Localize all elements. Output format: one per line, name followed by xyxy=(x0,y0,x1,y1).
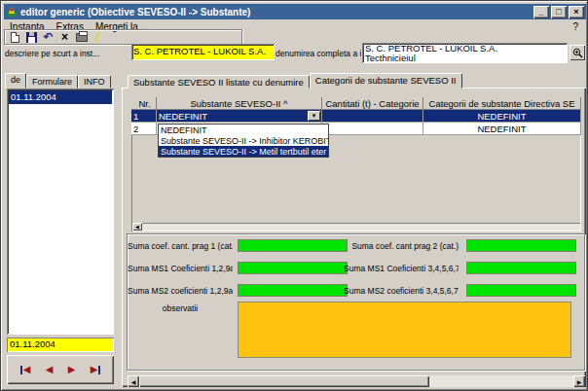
scroll-left-icon: ◀ xyxy=(131,378,136,385)
cell-cantitate[interactable] xyxy=(322,123,423,135)
suma-ms1-a-field[interactable] xyxy=(238,262,348,274)
first-arrow-icon: ◀ xyxy=(23,365,31,374)
tab-info[interactable]: INFO xyxy=(78,75,111,89)
suma-ms1-b-field[interactable] xyxy=(466,262,576,274)
substance-dropdown-list: NEDEFINIT Substante SEVESO-II -> Inhibit… xyxy=(158,124,329,158)
substances-table: Nr. Substante SEVESO-II ^ Cantitati (t) … xyxy=(131,97,581,231)
col-header-nr[interactable]: Nr. xyxy=(131,97,157,110)
col-header-substante[interactable]: Substante SEVESO-II ^ xyxy=(157,97,322,110)
printer-icon xyxy=(76,33,88,42)
full-name-line2: Tecthnicieiul xyxy=(365,53,565,63)
edit-button[interactable]: / xyxy=(91,31,105,44)
minimize-button-icon[interactable]: _ xyxy=(533,6,549,18)
magnifier-icon xyxy=(572,48,583,58)
title-bar[interactable]: editor generic (Obiective SEVESO-II -> S… xyxy=(4,4,586,19)
scroll-left-button[interactable]: ◀ xyxy=(132,223,142,231)
new-document-button[interactable] xyxy=(9,31,21,44)
window-title: editor generic (Obiective SEVESO-II -> S… xyxy=(20,7,532,18)
previous-record-button[interactable]: ◀ xyxy=(46,365,54,374)
tab-categorii-substante[interactable]: Categorii de substante SEVESO II xyxy=(310,73,462,89)
tab-formulare[interactable]: Formulare xyxy=(26,75,78,89)
menu-help[interactable]: ? xyxy=(565,21,586,32)
col-header-cantitati[interactable]: Cantitati (t) - Categorie xyxy=(322,97,423,110)
table-row[interactable]: 1 NEDEFINIT ▼ NEDEFINIT xyxy=(131,110,581,123)
edit-icon: / xyxy=(95,31,101,44)
date-field[interactable]: 01.11.2004 xyxy=(7,338,114,352)
maximize-button-icon[interactable]: □ xyxy=(551,6,567,18)
scrollbar-thumb[interactable] xyxy=(139,375,429,387)
first-record-button[interactable]: ◀ xyxy=(20,365,31,374)
suma-ms1-a-label: Suma MS1 Coeficienti 1,2,9a,9b xyxy=(128,264,233,273)
tab-substante-listate[interactable]: Substante SEVESO II listate cu denumire xyxy=(128,75,310,89)
scroll-left-icon: ◀ xyxy=(135,224,139,230)
record-navigation-panel: ◀ ◀ ▶ ▶ xyxy=(7,355,114,384)
undo-button[interactable]: ↶ xyxy=(42,31,55,44)
previous-arrow-icon: ◀ xyxy=(46,365,54,374)
right-tab-bar: Substante SEVESO II listate cu denumire … xyxy=(128,72,462,89)
observatii-textarea[interactable] xyxy=(238,302,571,358)
suma-ms2-a-field[interactable] xyxy=(238,284,348,297)
cell-nr[interactable]: 1 xyxy=(131,110,157,123)
toolbar: ↶ × / xyxy=(4,29,242,45)
scroll-right-button[interactable]: ▶ xyxy=(573,375,585,387)
suma-ms1-b-label: Suma MS1 Coeficienti 3,4,5,6,7a,... xyxy=(344,264,459,273)
lookup-button[interactable] xyxy=(570,45,585,60)
panel-horizontal-scrollbar[interactable]: ◀ ▶ xyxy=(128,375,585,387)
table-header-row: Nr. Substante SEVESO-II ^ Cantitati (t) … xyxy=(131,97,581,110)
dropdown-option-highlighted[interactable]: Substante SEVESO-II -> Metil tertbutil e… xyxy=(159,146,328,157)
suma-prag1-label: Suma coef. cant. prag 1 (cat.) xyxy=(128,241,233,251)
tab-de[interactable]: de xyxy=(5,73,26,89)
dropdown-option[interactable]: Substante SEVESO-II -> Inhibitor KEROBIT… xyxy=(159,135,328,146)
last-record-button[interactable]: ▶ xyxy=(91,365,101,374)
col-header-categorii[interactable]: Categorii de substante Directiva SE xyxy=(423,97,581,110)
delete-button[interactable]: × xyxy=(58,31,71,44)
combo-value: NEDEFINIT xyxy=(159,111,207,122)
short-description-label: descriere pe scurt a inst... xyxy=(5,49,129,58)
instance-list: 01.11.2004 xyxy=(7,89,114,335)
cell-substanta-combobox[interactable]: NEDEFINIT ▼ xyxy=(157,110,322,123)
close-button-icon[interactable]: × xyxy=(569,6,584,18)
scroll-left-button[interactable]: ◀ xyxy=(128,375,139,387)
suma-prag2-field[interactable] xyxy=(466,239,576,252)
observatii-label: observatii xyxy=(128,303,233,313)
first-bar-icon xyxy=(20,366,22,374)
delete-icon: × xyxy=(61,31,68,43)
cell-categorie[interactable]: NEDEFINIT xyxy=(423,123,581,135)
short-description-field[interactable]: S. C. PETROTEL - LUKOIL S.A. xyxy=(131,44,275,60)
dropdown-option[interactable]: NEDEFINIT xyxy=(159,124,328,135)
chevron-down-icon: ▼ xyxy=(312,113,317,119)
combo-dropdown-button[interactable]: ▼ xyxy=(308,111,320,121)
cell-nr[interactable]: 2 xyxy=(131,123,157,135)
next-arrow-icon: ▶ xyxy=(68,365,76,374)
next-record-button[interactable]: ▶ xyxy=(68,365,76,374)
app-icon xyxy=(6,6,18,18)
suma-ms2-b-label: Suma MS2 coeficienti 3,4,5,6,7a,... xyxy=(344,286,459,296)
suma-ms2-a-label: Suma MS2 coeficienti 1,2,9a,9b xyxy=(128,286,233,296)
cell-cantitate[interactable] xyxy=(322,110,423,123)
cell-categorie[interactable]: NEDEFINIT xyxy=(423,110,581,123)
application-window: editor generic (Obiective SEVESO-II -> S… xyxy=(0,0,588,391)
save-button[interactable] xyxy=(25,31,38,44)
full-name-field[interactable]: S. C. PETROTEL - LUKOIL S.A. Tecthniciei… xyxy=(362,43,568,63)
full-name-label: denumirea completa a in... xyxy=(276,49,361,58)
suma-prag1-field[interactable] xyxy=(238,239,348,252)
suma-prag2-label: Suma coef. cant prag 2 (cat.) xyxy=(344,241,459,251)
last-bar-icon xyxy=(98,366,100,374)
scroll-right-icon: ▶ xyxy=(577,378,582,385)
suma-ms2-b-field[interactable] xyxy=(466,284,576,297)
new-document-icon xyxy=(11,32,19,43)
table-horizontal-scrollbar[interactable]: ◀ xyxy=(132,223,580,231)
left-tab-bar: de Formulare INFO xyxy=(5,73,111,89)
list-item-date[interactable]: 01.11.2004 xyxy=(9,90,112,104)
last-arrow-icon: ▶ xyxy=(91,365,98,374)
undo-icon: ↶ xyxy=(43,31,53,43)
save-icon xyxy=(26,32,37,43)
print-button[interactable] xyxy=(75,31,88,44)
